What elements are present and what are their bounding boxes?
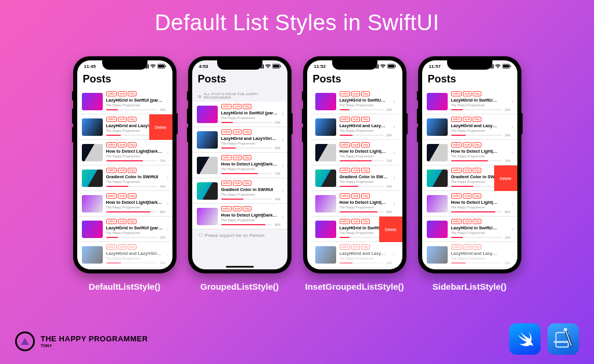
list-item[interactable]: swiftuistyleblog LazyHGrid and LazyVGri…… <box>77 242 172 268</box>
progress-percent: 29% <box>275 146 280 150</box>
chevron-right-icon: › <box>282 213 283 219</box>
chevron-right-icon: › <box>167 175 168 181</box>
tag-badge: blog <box>243 206 251 211</box>
chevron-right-icon: › <box>167 200 168 207</box>
list-item[interactable]: swiftuistyleblog LazyHGrid in SwiftU… Th… <box>311 89 399 114</box>
list-item[interactable]: swiftuistyleblog Gradient Color in SWift… <box>192 178 287 204</box>
battery-icon <box>272 64 282 69</box>
progress-bar <box>106 237 158 238</box>
section-footer: ☐ Please support me on Patreon <box>192 229 287 241</box>
post-author: The Happy Programmer <box>221 218 281 222</box>
list-row-wrap: swiftuistyleblog LazyHGrid in SwiftUI (p… <box>77 89 172 114</box>
chevron-right-icon: › <box>512 251 513 258</box>
list-item[interactable]: swiftuistyleblog LazyHGrid in SwiftU… Th… <box>422 89 517 114</box>
post-author: The Happy Programmer <box>106 231 166 235</box>
post-title: LazyHGrid and Lazy… <box>340 251 393 256</box>
list-item[interactable]: swiftuistyleblog Gradient Color in SW… T… <box>311 165 399 191</box>
post-thumbnail <box>315 170 336 187</box>
tag-badge: blog <box>243 129 251 135</box>
svg-rect-3 <box>147 64 149 69</box>
tag-badge: swiftui <box>451 219 462 224</box>
progress-bar <box>106 160 158 161</box>
svg-rect-6 <box>165 66 165 67</box>
list-item[interactable]: swiftuistyleblog LazyHGrid and LazyVGri…… <box>192 127 287 153</box>
tag-badge: blog <box>243 181 251 186</box>
wifi-icon <box>495 64 501 69</box>
list-item[interactable]: swiftuistyleblog How to Detect Light|Dar… <box>192 204 287 229</box>
list-item[interactable]: swiftuistyleblog LazyHGrid in SwiftUI (p… <box>77 89 172 114</box>
list[interactable]: swiftuistyleblog LazyHGrid in SwiftU… Th… <box>307 89 402 268</box>
list-row-wrap: swiftuistyleblog Gradient Color in SW… T… <box>307 165 402 191</box>
post-title: LazyHGrid in SwiftUI (par… <box>106 98 166 103</box>
wifi-icon <box>265 64 271 69</box>
post-author: The Happy Programmer <box>221 193 281 196</box>
progress-bar <box>221 224 273 225</box>
phone-screen: 11:57 Posts swiftuistyleblog LazyHGrid i… <box>422 60 517 269</box>
tag-badge: style <box>463 142 471 147</box>
progress-percent: 23% <box>275 121 280 124</box>
tag-badge: style <box>118 91 127 96</box>
post-thumbnail <box>427 195 448 212</box>
chevron-right-icon: › <box>282 111 283 117</box>
list-item[interactable]: swiftuistyleblog How to Detect Light|Dar… <box>77 140 172 165</box>
list-item[interactable]: swiftuistyleblog LazyHGrid in SwiftU… Th… <box>422 217 517 242</box>
progress-bar <box>106 262 158 264</box>
list-row-wrap: swiftuistyleblog Gradient Color in SWift… <box>77 165 172 191</box>
list[interactable]: swiftuistyleblog LazyHGrid in SwiftUI (p… <box>77 89 172 268</box>
list-item[interactable]: swiftuistyleblog How to Detect Light|… T… <box>311 140 399 165</box>
progress-percent: 29% <box>505 261 510 265</box>
list-item[interactable]: swiftuistyleblog LazyHGrid in SwiftUI (p… <box>77 217 172 242</box>
tag-badge: blog <box>473 193 481 199</box>
progress-percent: 23% <box>160 236 165 239</box>
post-thumbnail <box>82 195 103 212</box>
xcode-icon <box>548 323 579 355</box>
post-thumbnail <box>82 170 103 187</box>
post-title: How to Detect Light|… <box>340 200 393 205</box>
list-item[interactable]: swiftuistyleblog How to Detect Light|… T… <box>422 140 517 165</box>
list-item[interactable]: swiftuistyleblog LazyHGrid and Lazy… The… <box>422 242 517 268</box>
list-item[interactable]: swiftuistyleblog LazyHGrid in SwiftUI (p… <box>192 102 287 127</box>
post-title: How to Detect Light|Dark… <box>106 149 166 154</box>
delete-button[interactable]: Delete <box>494 165 517 191</box>
post-title: LazyHGrid and LazyVGri… <box>106 251 166 256</box>
list-item[interactable]: swiftuistyleblog How to Detect Light|Dar… <box>192 153 287 178</box>
post-author: The Happy Programmer <box>340 129 393 132</box>
list-item[interactable]: swiftuistyleblog How to Detect Light|Dar… <box>77 191 172 217</box>
post-title: LazyHGrid and Lazy… <box>451 251 511 256</box>
list-item[interactable]: swiftuistyleblog LazyHGrid and Lazy… The… <box>422 114 517 140</box>
tag-badge: blog <box>128 142 136 147</box>
list-item[interactable]: swiftuistyleblog LazyHGrid and Lazy… The… <box>311 114 399 140</box>
phone-label: SidebarListStyle() <box>433 282 507 291</box>
folder-icon: ▥ <box>198 94 201 98</box>
wifi-icon <box>380 64 386 69</box>
list-item[interactable]: swiftuistyleblog Gradient Color in SWift… <box>77 165 172 191</box>
post-author: The Happy Programmer <box>340 257 393 260</box>
tag-badge: swiftui <box>340 244 351 250</box>
tag-badge: swiftui <box>221 104 232 109</box>
list-item[interactable]: swiftuistyleblog How to Detect Light|… T… <box>422 191 517 217</box>
tag-badge: style <box>351 193 360 199</box>
progress-percent: 72% <box>275 172 280 175</box>
tag-badge: swiftui <box>340 168 351 173</box>
post-author: The Happy Programmer <box>340 180 393 183</box>
post-title: How to Detect Light|Dark… <box>221 161 281 167</box>
post-thumbnail <box>82 246 103 264</box>
section-header: ▥ ALL POSTS FROM THE HAPPY PROGRAMMER <box>192 89 287 102</box>
notch <box>447 60 492 70</box>
list-item[interactable]: swiftuistyleblog How to Detect Light|… T… <box>311 191 399 217</box>
list[interactable]: swiftuistyleblog LazyHGrid in SwiftU… Th… <box>422 89 517 268</box>
tag-badge: swiftui <box>221 129 232 135</box>
tag-badge: style <box>118 168 127 173</box>
post-author: The Happy Programmer <box>106 154 166 158</box>
delete-button[interactable]: Delete <box>149 114 172 140</box>
list-item[interactable]: swiftuistyleblog LazyHGrid and Lazy… The… <box>311 242 399 268</box>
notch <box>217 60 262 70</box>
delete-button[interactable]: Delete <box>379 217 402 242</box>
list[interactable]: ▥ ALL POSTS FROM THE HAPPY PROGRAMMER sw… <box>192 89 287 241</box>
phone-label: DefaultListStyle() <box>89 282 160 291</box>
tag-badge: blog <box>361 91 370 96</box>
tag-badge: blog <box>128 219 136 224</box>
tag-badge: style <box>463 244 471 250</box>
progress-percent: 86% <box>160 210 165 214</box>
progress-percent: 23% <box>505 236 510 239</box>
